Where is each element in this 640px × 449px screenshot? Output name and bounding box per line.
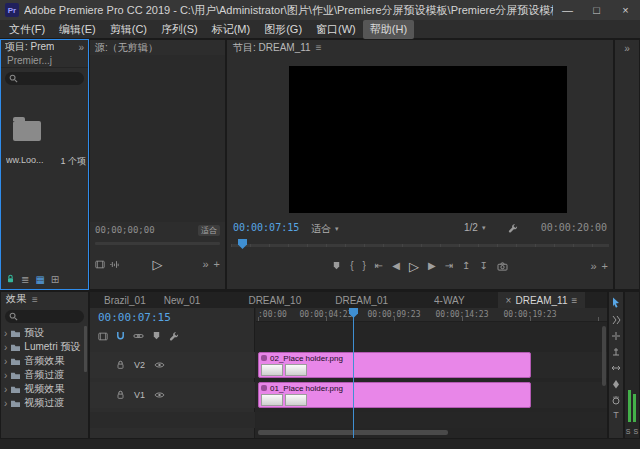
audio-track-header[interactable] [90,412,255,428]
track-lock-icon[interactable] [116,360,125,370]
solo-button[interactable]: S [634,428,639,435]
tool-selection-button[interactable] [611,297,621,309]
add-marker-button[interactable] [152,331,161,341]
track-v2[interactable]: 02_Place holder.png [256,352,607,378]
program-tab[interactable]: 节目: DREAM_11 [233,41,311,55]
track-header-v1[interactable]: V1 [90,382,255,408]
collapsed-panel-strip[interactable]: » [615,40,639,289]
sequence-tab-new-01[interactable]: New_01 [156,292,209,308]
settings-wrench-button[interactable] [508,223,518,233]
sequence-tab-dream-11[interactable]: × DREAM_11 ≡ [498,292,586,308]
menu-item-graphics[interactable]: 图形(G) [257,20,309,39]
effects-bin-lumetri-presets[interactable]: › Lumetri 预设 [1,340,88,354]
timeline-timecode[interactable]: 00:00:07:15 [98,311,171,324]
source-tab[interactable]: 源:（无剪辑） [95,41,158,55]
menu-item-window[interactable]: 窗口(W) [309,20,363,39]
track-visibility-eye-icon[interactable] [154,361,165,369]
fit-dropdown[interactable]: 适合 ▾ [311,222,339,236]
tool-pen-button[interactable] [611,379,621,389]
icon-view-button[interactable]: ▦ [35,274,44,285]
snap-toggle-button[interactable] [116,331,125,341]
menu-item-file[interactable]: 文件(F) [2,20,52,39]
solo-button[interactable]: S [626,428,631,435]
twirl-icon[interactable]: › [4,384,7,395]
program-playhead[interactable] [238,239,247,249]
menu-item-help[interactable]: 帮助(H) [363,20,414,39]
track-label[interactable]: V1 [134,390,145,400]
effects-tab[interactable]: 效果 [6,292,26,306]
timeline-clip-v1[interactable]: 01_Place holder.png [258,382,531,408]
lift-button[interactable]: ↥ [462,261,470,271]
track-visibility-eye-icon[interactable] [154,391,165,399]
drag-audio-icon[interactable] [109,260,119,269]
drag-video-icon[interactable] [95,260,105,269]
maximize-button[interactable]: □ [582,0,611,20]
tool-slip-button[interactable] [611,363,621,373]
timeline-clip-v2[interactable]: 02_Place holder.png [258,352,531,378]
overflow-chevron-icon[interactable]: » [78,42,84,53]
overflow-chevron-icon[interactable]: » [624,43,630,289]
close-tab-icon[interactable]: × [506,295,512,306]
add-marker-button[interactable] [332,261,341,271]
menu-item-edit[interactable]: 编辑(E) [52,20,103,39]
scrubber-track[interactable] [231,244,609,247]
twirl-icon[interactable]: › [4,342,7,353]
bin-item-row[interactable]: ww.Loo... 1 个项 [6,155,86,168]
twirl-icon[interactable]: › [4,398,7,409]
effects-bin-presets[interactable]: › 预设 [1,326,88,340]
menu-item-sequence[interactable]: 序列(S) [154,20,205,39]
extract-button[interactable]: ↧ [479,261,487,271]
timeline-playhead[interactable] [353,308,354,438]
source-fit-dropdown[interactable]: 适合 [198,225,220,236]
timeline-settings-button[interactable] [169,331,179,341]
tool-ripple-edit-button[interactable] [611,331,621,341]
close-button[interactable]: × [611,0,640,20]
button-editor-add[interactable]: + [214,258,220,270]
source-play-button[interactable]: ▷ [153,258,163,271]
play-button[interactable]: ▷ [409,260,419,273]
track-a1[interactable] [256,412,607,428]
panel-menu-icon[interactable]: ≡ [316,42,322,53]
project-bin-breadcrumb[interactable]: Premier...j [1,54,88,68]
new-bin-button[interactable]: ⊞ [51,274,59,285]
effects-bin-audio-effects[interactable]: › 音频效果 [1,354,88,368]
fx-badge[interactable] [261,385,267,391]
project-lock-icon[interactable] [6,274,15,284]
track-header-v2[interactable]: V2 [90,352,255,378]
export-frame-button[interactable] [497,262,508,271]
mark-in-button[interactable]: { [350,261,353,271]
tool-track-select-button[interactable] [611,315,621,325]
effects-scrollbar[interactable] [84,326,87,372]
mark-out-button[interactable]: } [363,261,366,271]
panel-menu-icon[interactable]: ≡ [572,295,578,306]
title-bar[interactable]: Pr Adobe Premiere Pro CC 2019 - C:\用户\Ad… [0,0,640,20]
linked-selection-button[interactable] [133,332,144,340]
sequence-tab-dream-10[interactable]: DREAM_10 [240,292,309,308]
go-to-in-button[interactable]: ⇤ [375,261,383,271]
bin-item-name[interactable]: ww.Loo... [6,155,44,168]
effects-bin-video-effects[interactable]: › 视频效果 [1,382,88,396]
bin-folder-icon[interactable] [13,121,41,141]
menu-item-clip[interactable]: 剪辑(C) [103,20,154,39]
effects-bin-video-transitions[interactable]: › 视频过渡 [1,396,88,410]
minimize-button[interactable]: — [553,0,582,20]
button-editor-add[interactable]: + [602,260,608,272]
timeline-ruler[interactable]: :00:00 00:00:04:23 00:00:09:23 00:00:14:… [256,308,607,322]
sequence-tab-4-way[interactable]: 4-WAY [426,292,473,308]
tool-hand-button[interactable] [611,395,621,405]
source-scrubber[interactable] [95,242,220,245]
panel-menu-icon[interactable]: ≡ [32,294,38,305]
tool-razor-button[interactable] [611,347,621,357]
nest-sequence-button[interactable] [98,332,108,341]
timeline-horizontal-scrollbar[interactable] [256,430,607,435]
twirl-icon[interactable]: › [4,356,7,367]
program-timecode[interactable]: 00:00:07:15 [233,222,299,233]
menu-item-markers[interactable]: 标记(M) [205,20,258,39]
sequence-tab-brazil-01[interactable]: Brazil_01 [96,292,154,308]
project-search-input[interactable] [5,72,84,85]
track-label[interactable]: V2 [134,360,145,370]
effects-bin-audio-transitions[interactable]: › 音频过渡 [1,368,88,382]
twirl-icon[interactable]: › [4,370,7,381]
list-view-button[interactable]: ≣ [21,274,29,285]
step-back-button[interactable]: ◀ [392,261,400,271]
